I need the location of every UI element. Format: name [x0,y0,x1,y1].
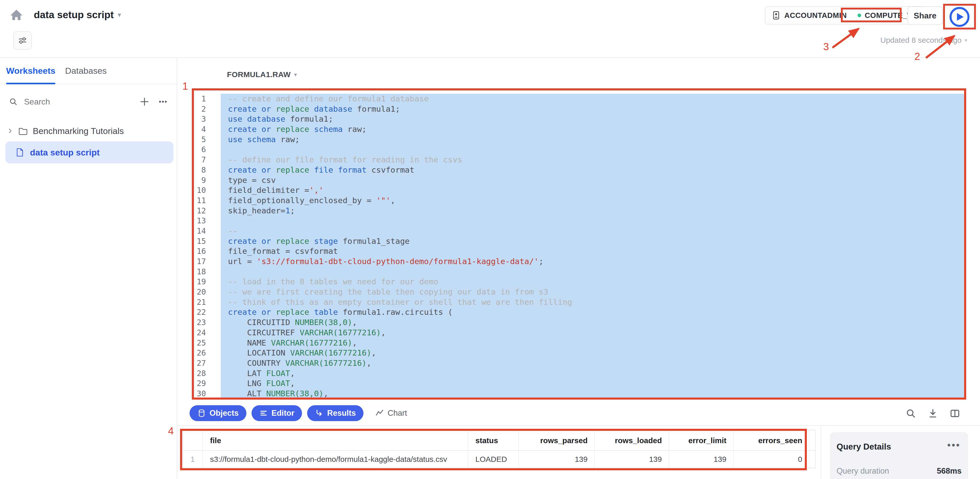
line-number: 16 [177,246,206,256]
code-line[interactable]: 21-- think of this as an empty container… [177,297,966,307]
query-duration-label: Query duration [837,466,889,476]
column-header-rows_loaded[interactable]: rows_loaded [595,430,669,451]
results-button[interactable]: Results [307,405,363,421]
code-text: -- [221,226,966,236]
code-line[interactable]: 23 CIRCUITID NUMBER(38,0), [177,317,966,328]
code-text: use schema raw; [221,134,966,145]
cell-errors_seen: 0 [733,451,810,468]
share-button[interactable]: Share [907,6,943,25]
chevron-right-icon [7,127,13,134]
code-line[interactable]: 10field_delimiter =',' [177,185,966,196]
code-line[interactable]: 28 LAT FLOAT, [177,368,966,379]
code-line[interactable]: 22create or replace table formula1.raw.c… [177,307,966,317]
code-line[interactable]: 12skip_header=1; [177,206,966,216]
code-line[interactable]: 9type = csv [177,175,966,185]
code-text: LAT FLOAT, [221,368,966,379]
code-line[interactable]: 20-- we are first creating the table the… [177,287,966,297]
code-line[interactable]: 11field_optionally_enclosed_by = '"', [177,196,966,206]
line-number: 8 [177,165,206,175]
run-button[interactable] [950,7,969,27]
sidebar-item-label: data setup script [30,148,100,158]
column-header-rows_parsed[interactable]: rows_parsed [519,430,595,451]
sidebar-folder-benchmarking-tutorials[interactable]: Benchmarking Tutorials [7,123,124,139]
more-options-button[interactable] [158,97,168,107]
column-header-rownum [183,430,203,451]
warehouse-status-dot [858,14,861,17]
line-number: 24 [177,328,206,338]
code-text [221,216,966,226]
code-text: LNG FLOAT, [221,378,966,388]
column-header-errors_seen[interactable]: errors_seen [733,430,810,451]
column-header-fi[interactable]: fi [810,430,816,451]
home-button[interactable] [8,7,25,23]
column-header-status[interactable]: status [468,430,519,451]
line-number: 6 [177,145,206,155]
code-text: -- define our file format for reading in… [221,155,966,165]
code-line[interactable]: 25 NAME VARCHAR(16777216), [177,338,966,348]
search-input[interactable] [24,97,139,107]
code-line[interactable]: 3use database formula1; [177,114,966,124]
column-header-error_limit[interactable]: error_limit [669,430,733,451]
results-table[interactable]: filestatusrows_parsedrows_loadederror_li… [182,430,816,468]
code-text: type = csv [221,175,966,185]
updated-dropdown[interactable]: Updated 8 seconds ago ▾ [880,36,967,45]
query-details-menu-button[interactable]: ••• [947,440,961,451]
code-line[interactable]: 1-- create and define our formula1 datab… [177,94,966,104]
code-text: use database formula1; [221,114,966,124]
line-number: 14 [177,226,206,236]
split-view-button[interactable] [949,408,961,419]
share-label: Share [914,11,937,21]
code-line[interactable]: 15create or replace stage formula1_stage [177,236,966,247]
code-text: -- load in the 8 tables we need for our … [221,277,966,287]
worksheet-title: data setup script [34,9,114,21]
line-number: 30 [177,388,206,399]
tab-worksheets[interactable]: Worksheets [6,58,55,84]
search-results-button[interactable] [905,408,916,419]
code-line[interactable]: 6 [177,145,966,155]
code-line[interactable]: 7-- define our file format for reading i… [177,155,966,165]
download-results-button[interactable] [927,408,939,419]
column-header-file[interactable]: file [203,430,468,451]
cell-rows_parsed: 139 [519,451,595,468]
code-line[interactable]: 5use schema raw; [177,134,966,145]
code-line[interactable]: 24 CIRCUITREF VARCHAR(16777216), [177,328,966,338]
cell-rownum: 1 [183,451,203,468]
sidebar-tabs: Worksheets Databases [0,58,177,84]
editor-button[interactable]: Editor [251,405,302,421]
code-line[interactable]: 16file_format = csvformat [177,246,966,256]
results-label: Results [327,409,356,418]
database-schema-selector[interactable]: FORMULA1.RAW ▾ [227,70,297,79]
query-details-panel: Query Details ••• Query duration 568ms [821,426,980,479]
query-details-card: Query Details ••• Query duration 568ms [830,432,968,479]
new-worksheet-button[interactable] [139,96,150,107]
code-line[interactable]: 17url = 's3://formula1-dbt-cloud-python-… [177,256,966,267]
code-line[interactable]: 26 LOCATION VARCHAR(16777216), [177,348,966,358]
code-line[interactable]: 13 [177,216,966,226]
code-line[interactable]: 2create or replace database formula1; [177,104,966,114]
snowsight-app: data setup script ▾ ACCOUNTADMIN [0,0,980,479]
code-line[interactable]: 27 COUNTRY VARCHAR(16777216), [177,358,966,368]
code-line[interactable]: 8create or replace file format csvformat [177,165,966,175]
code-line[interactable]: 4create or replace schema raw; [177,124,966,134]
folder-label: Benchmarking Tutorials [33,126,124,136]
code-text: file_format = csvformat [221,246,966,256]
chart-tab[interactable]: Chart [375,409,407,418]
role-label: ACCOUNTADMIN [784,11,847,20]
code-line[interactable]: 18 [177,267,966,277]
results-toolbar: Objects Editor Results [189,405,407,421]
sidebar-item-data-setup-script[interactable]: data setup script [5,142,173,164]
code-line[interactable]: 30 ALT NUMBER(38,0), [177,388,966,399]
filters-button[interactable] [13,31,32,50]
code-line[interactable]: 19-- load in the 8 tables we need for ou… [177,277,966,287]
objects-button[interactable]: Objects [189,405,247,421]
tab-databases-label: Databases [65,66,107,76]
sql-editor[interactable]: 1-- create and define our formula1 datab… [177,94,966,399]
code-line[interactable]: 29 LNG FLOAT, [177,378,966,388]
code-text: create or replace table formula1.raw.cir… [221,307,966,317]
code-line[interactable]: 14-- [177,226,966,236]
chevron-down-icon: ▾ [118,12,121,18]
worksheet-title-dropdown[interactable]: data setup script ▾ [34,9,121,21]
code-text: skip_header=1; [221,206,966,216]
role-warehouse-selector[interactable]: ACCOUNTADMIN COMPUTE_WH [765,6,926,25]
tab-databases[interactable]: Databases [65,58,107,84]
